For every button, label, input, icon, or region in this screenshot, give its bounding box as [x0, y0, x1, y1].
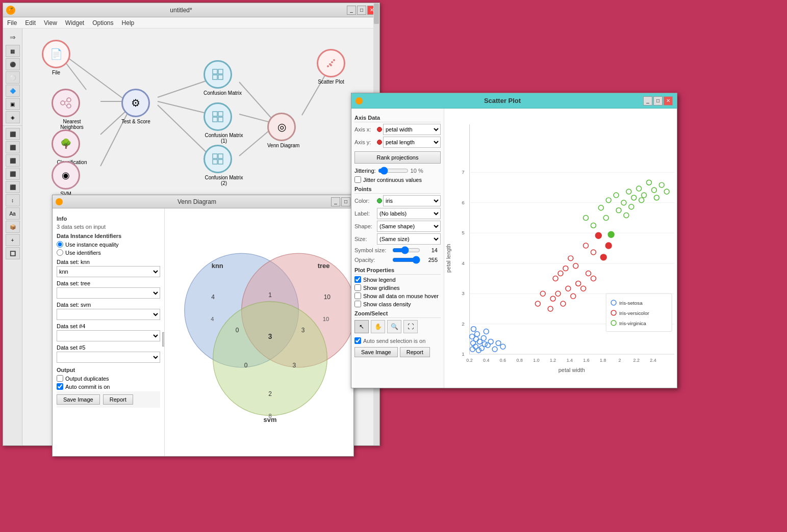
toolbar-btn-10[interactable]: ⬛ [6, 168, 20, 180]
toolbar-btn-14[interactable]: 📦 [6, 221, 20, 233]
maximize-button[interactable]: □ [357, 6, 366, 15]
axis-x-select[interactable]: petal width [383, 124, 441, 135]
zoom-tools: ↖ ✋ 🔍 ⛶ [354, 320, 441, 333]
jitter-slider[interactable] [378, 167, 409, 175]
show-class-density-row[interactable]: Show class density [354, 301, 441, 307]
zoom-fullscreen-btn[interactable]: ⛶ [403, 320, 418, 333]
show-all-data-row[interactable]: Show all data on mouse hover [354, 292, 441, 299]
show-gridlines-checkbox[interactable] [354, 284, 361, 291]
toolbar-btn-1[interactable]: ▦ [6, 45, 20, 57]
node-ts[interactable]: ⚙ Test & Score [121, 89, 150, 124]
scatter-close[interactable]: ✕ [664, 96, 673, 105]
venn-report-btn[interactable]: Report [103, 394, 133, 405]
venn-maximize[interactable]: □ [341, 197, 350, 206]
auto-commit-checkbox[interactable] [57, 383, 63, 390]
menu-help[interactable]: Help [120, 18, 137, 28]
svg-point-129 [608, 231, 614, 237]
toolbar-btn-6[interactable]: ◈ [6, 111, 20, 123]
menu-options[interactable]: Options [90, 18, 115, 28]
color-select[interactable]: iris [383, 195, 441, 206]
venn-label-tree: tree [318, 262, 330, 270]
show-legend-checkbox[interactable] [354, 276, 361, 283]
toolbar-btn-4[interactable]: 🔷 [6, 85, 20, 97]
show-legend-row[interactable]: Show legend [354, 276, 441, 283]
toolbar-btn-8[interactable]: ⬛ [6, 141, 20, 153]
svg-point-31 [331, 61, 333, 63]
radio-use-identifiers[interactable]: Use identifiers [57, 249, 160, 256]
opacity-label: Opacity: [354, 257, 390, 263]
node-vd[interactable]: ◎ Venn Diagram [267, 113, 299, 148]
toolbar-btn-11[interactable]: ⬛ [6, 181, 20, 193]
svg-point-13 [67, 98, 71, 102]
radio-identifiers-label: Use identifiers [65, 250, 101, 256]
jitter-continuous-row[interactable]: Jitter continuous values [354, 176, 441, 183]
menu-edit[interactable]: Edit [23, 18, 38, 28]
node-cm[interactable]: Confusion Matrix [204, 60, 242, 96]
toolbar-btn-7[interactable]: ⬛ [6, 128, 20, 140]
scroll-thumb[interactable] [374, 4, 379, 24]
venn-save-image-btn[interactable]: Save Image [57, 394, 100, 405]
output-section-title: Output [57, 367, 160, 373]
size-select[interactable]: (Same size) [377, 233, 441, 245]
radio-instance-input[interactable] [57, 241, 63, 248]
zoom-pan-btn[interactable]: ✋ [371, 320, 385, 333]
svg-text:2.4: 2.4 [650, 358, 656, 363]
node-cm1[interactable]: Confusion Matrix (1) [204, 102, 244, 144]
auto-send-checkbox[interactable] [354, 337, 361, 344]
node-sp[interactable]: Scatter Plot [317, 49, 345, 85]
main-titlebar: 🍊 untitled* _ □ ✕ [3, 3, 379, 17]
show-class-density-checkbox[interactable] [354, 301, 361, 307]
node-svm[interactable]: ◉ SVM [52, 161, 80, 197]
menu-widget[interactable]: Widget [63, 18, 86, 28]
shape-select[interactable]: (Same shape) [377, 221, 441, 232]
opacity-slider[interactable] [392, 256, 420, 264]
toolbar-btn-2[interactable]: ⚫ [6, 58, 20, 70]
rank-projections-btn[interactable]: Rank projections [354, 151, 441, 164]
toolbar-btn-3[interactable]: ⚪ [6, 71, 20, 84]
svg-rect-26 [218, 154, 223, 158]
toolbar-expand[interactable]: ⇒ [6, 31, 20, 44]
symbol-size-slider[interactable] [392, 246, 420, 254]
axis-x-row: Axis x: petal width [354, 124, 441, 135]
scatter-save-image-btn[interactable]: Save Image [354, 347, 398, 357]
node-nn[interactable]: Nearest Neighbors [52, 89, 92, 130]
scatter-maximize[interactable]: □ [653, 96, 663, 105]
toolbar-btn-9[interactable]: ⬛ [6, 154, 20, 167]
toolbar-btn-12[interactable]: ↕ [6, 194, 20, 206]
venn-minimize[interactable]: _ [331, 197, 340, 206]
toolbar-btn-13[interactable]: Aa [6, 207, 20, 220]
minimize-button[interactable]: _ [347, 6, 356, 15]
toolbar-btn-16[interactable]: 🔲 [6, 247, 20, 259]
color-row: Color: iris [354, 195, 441, 206]
dataset-knn-select[interactable]: knn [57, 266, 160, 277]
toolbar-btn-5[interactable]: ▣ [6, 98, 20, 110]
dataset-tree-select[interactable] [57, 287, 160, 299]
auto-commit-row[interactable]: Auto commit is on [57, 383, 160, 390]
scatter-report-btn[interactable]: Report [400, 347, 430, 357]
auto-send-row: Auto send selection is on [354, 337, 441, 344]
zoom-select-btn[interactable]: ↖ [354, 320, 369, 333]
dataset-svm-select[interactable] [57, 309, 160, 320]
node-cm2[interactable]: Confusion Matrix (2) [204, 145, 244, 186]
radio-identifiers-input[interactable] [57, 249, 63, 256]
zoom-zoom-btn[interactable]: 🔍 [387, 320, 401, 333]
dataset-5-select[interactable] [57, 352, 160, 363]
svg-point-115 [631, 195, 637, 200]
show-gridlines-row[interactable]: Show gridlines [354, 284, 441, 291]
panel-toggle[interactable]: ◀ [162, 332, 165, 347]
menu-view[interactable]: View [42, 18, 59, 28]
radio-instance-equality[interactable]: Use instance equality [57, 241, 160, 248]
show-all-data-checkbox[interactable] [354, 292, 361, 299]
node-file[interactable]: 📄 File [42, 40, 70, 75]
svg-text:4: 4 [462, 260, 465, 266]
output-duplicates-row[interactable]: Output duplicates [57, 375, 160, 382]
output-duplicates-checkbox[interactable] [57, 375, 63, 382]
axis-y-select[interactable]: petal length [383, 137, 441, 148]
dataset-4-select[interactable] [57, 330, 160, 341]
label-select[interactable]: (No labels) [377, 208, 441, 219]
jitter-continuous-checkbox[interactable] [354, 176, 361, 183]
axis-y-color-dot [377, 140, 382, 145]
scatter-minimize[interactable]: _ [643, 96, 652, 105]
menu-file[interactable]: File [5, 18, 19, 28]
toolbar-btn-15[interactable]: + [6, 234, 20, 246]
